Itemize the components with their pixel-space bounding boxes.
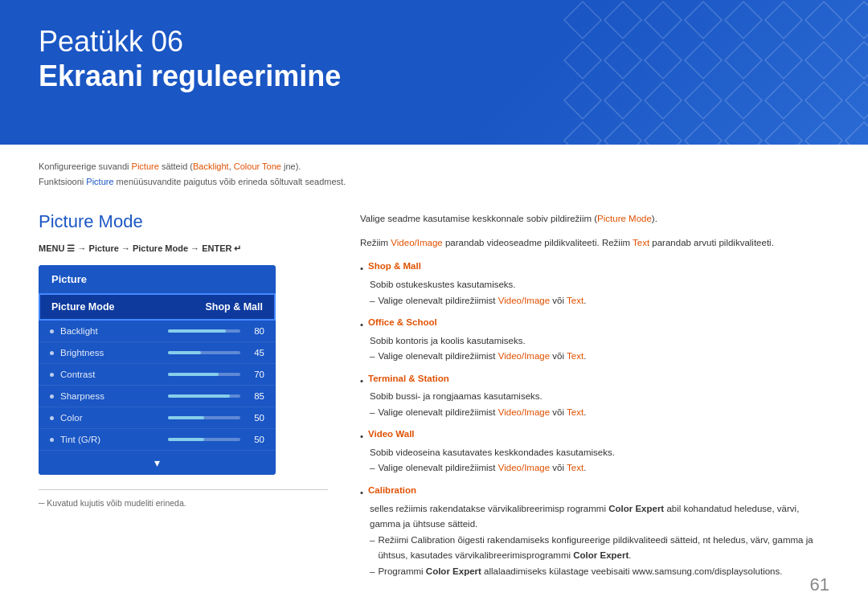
- sub-bullet-terminal-station: – Valige olenevalt pildirežiimist Video/…: [370, 405, 829, 421]
- intro-line1: Valige seadme kasutamise keskkonnale sob…: [360, 211, 829, 227]
- bullet-list: • Shop & Mall Sobib ostukeskustes kasuta…: [360, 259, 829, 579]
- sub-bullet-video-wall: – Valige olenevalt pildirežiimist Video/…: [370, 460, 829, 476]
- subtitle2-end: menüüsuvandite paigutus võib erineda sõl…: [114, 177, 346, 186]
- dot-icon: [50, 416, 54, 420]
- chapter-label: Peatükk 06: [39, 26, 829, 58]
- slider-label: Sharpness: [60, 391, 168, 401]
- slider-tint[interactable]: Tint (G/R) 50: [39, 429, 276, 451]
- bullet-title-office-school: Office & School: [368, 315, 437, 331]
- bullet-body-shop-mall: Sobib ostukeskustes kasutamiseks.: [370, 277, 829, 293]
- list-item-terminal-station: • Terminal & Station Sobib bussi- ja ron…: [360, 371, 829, 421]
- bullet-title-terminal-station: Terminal & Station: [368, 371, 449, 387]
- dot-icon: [50, 329, 54, 333]
- slider-label: Color: [60, 413, 168, 423]
- menu-path-text: MENU ☰ → Picture → Picture Mode → ENTER …: [39, 243, 241, 254]
- slider-fill: [168, 329, 226, 333]
- bullet-dot: •: [360, 485, 363, 501]
- slider-fill: [168, 351, 201, 354]
- slider-label: Tint (G/R): [60, 435, 168, 444]
- chevron-down-icon[interactable]: ▾: [39, 451, 276, 475]
- subtitle2-pre: Funktsiooni: [39, 177, 86, 186]
- slider-track[interactable]: [168, 351, 240, 354]
- slider-value: 85: [248, 391, 264, 401]
- picture-ui-box: Picture Picture Mode Shop & Mall Backlig…: [39, 265, 276, 475]
- left-column: Picture Mode MENU ☰ → Picture → Picture …: [39, 211, 328, 586]
- subtitle2-blue: Picture: [86, 177, 113, 186]
- slider-color[interactable]: Color 50: [39, 407, 276, 429]
- footnote-text: ─ Kuvatud kujutis võib mudeliti erineda.: [39, 498, 328, 508]
- sub-bullet-calibration-1: – Režiimi Calibration õigesti rakendamis…: [370, 533, 829, 564]
- page-number: 61: [810, 574, 829, 595]
- slider-track[interactable]: [168, 394, 240, 398]
- slider-sharpness[interactable]: Sharpness 85: [39, 386, 276, 407]
- slider-contrast[interactable]: Contrast 70: [39, 364, 276, 386]
- slider-track[interactable]: [168, 438, 240, 441]
- main-content: Picture Mode MENU ☰ → Picture → Picture …: [0, 197, 868, 586]
- picture-box-header: Picture: [39, 265, 276, 293]
- slider-brightness[interactable]: Brightness 45: [39, 342, 276, 364]
- slider-value: 50: [248, 413, 264, 423]
- slider-value: 50: [248, 435, 264, 444]
- subtitle1-pre: Konfigureerige suvandi: [39, 161, 132, 171]
- slider-value: 70: [248, 370, 264, 379]
- slider-fill: [168, 416, 204, 419]
- subtitle1-orange2: Backlight: [193, 161, 229, 171]
- bullet-title-calibration: Calibration: [368, 483, 416, 499]
- menu-path: MENU ☰ → Picture → Picture Mode → ENTER …: [39, 243, 328, 254]
- slider-value: 80: [248, 326, 264, 336]
- subtitle-area: Konfigureerige suvandi Picture sätteid (…: [0, 145, 868, 197]
- dot-icon: [50, 394, 54, 398]
- slider-fill: [168, 438, 204, 441]
- slider-label: Contrast: [60, 370, 168, 379]
- intro-line2: Režiim Video/Image parandab videoseadme …: [360, 235, 829, 251]
- bullet-title-video-wall: Video Wall: [368, 427, 415, 443]
- bullet-title-shop-mall: Shop & Mall: [368, 259, 421, 275]
- svg-rect-1: [563, 0, 868, 145]
- dot-icon: [50, 438, 54, 442]
- slider-label: Backlight: [60, 326, 168, 336]
- slider-track[interactable]: [168, 329, 240, 333]
- sub-bullet-calibration-2: – Programmi Color Expert allalaadimiseks…: [370, 564, 829, 580]
- subtitle1-orange: Picture: [132, 161, 159, 171]
- slider-label: Brightness: [60, 348, 168, 358]
- bullet-body-terminal-station: Sobib bussi- ja rongjaamas kasutamiseks.: [370, 389, 829, 405]
- bullet-dot: •: [360, 317, 363, 333]
- bullet-body-office-school: Sobib kontoris ja koolis kasutamiseks.: [370, 333, 829, 349]
- bullet-body-video-wall: Sobib videoseina kasutavates keskkondade…: [370, 445, 829, 461]
- slider-fill: [168, 394, 230, 398]
- slider-fill: [168, 373, 219, 376]
- list-item-video-wall: • Video Wall Sobib videoseina kasutavate…: [360, 427, 829, 476]
- chapter-title: Ekraani reguleerimine: [39, 58, 829, 96]
- header-banner: Peatükk 06 Ekraani reguleerimine: [0, 0, 868, 145]
- sub-bullet-office-school: – Valige olenevalt pildirežiimist Video/…: [370, 349, 829, 365]
- footnote-area: ─ Kuvatud kujutis võib mudeliti erineda.: [39, 489, 328, 508]
- sub-bullet-shop-mall: – Valige olenevalt pildirežiimist Video/…: [370, 293, 829, 309]
- dot-icon: [50, 351, 54, 355]
- bullet-dot: •: [360, 374, 363, 390]
- picture-mode-value: Shop & Mall: [205, 301, 263, 313]
- bullet-body-calibration: selles režiimis rakendatakse värvikalibr…: [370, 501, 829, 533]
- list-item-calibration: • Calibration selles režiimis rakendatak…: [360, 483, 829, 579]
- list-item-shop-mall: • Shop & Mall Sobib ostukeskustes kasuta…: [360, 259, 829, 309]
- slider-backlight[interactable]: Backlight 80: [39, 321, 276, 342]
- section-title: Picture Mode: [39, 211, 328, 232]
- subtitle1-end: jne).: [281, 161, 301, 171]
- list-item-office-school: • Office & School Sobib kontoris ja kool…: [360, 315, 829, 365]
- slider-value: 45: [248, 348, 264, 358]
- diamond-decoration: [563, 0, 868, 145]
- slider-track[interactable]: [168, 416, 240, 419]
- slider-track[interactable]: [168, 373, 240, 376]
- subtitle1-mid: sätteid (: [159, 161, 193, 171]
- dot-icon: [50, 373, 54, 377]
- subtitle1-orange3: Colour Tone: [234, 161, 281, 171]
- bullet-dot: •: [360, 429, 363, 445]
- right-column: Valige seadme kasutamise keskkonnale sob…: [360, 211, 829, 586]
- picture-mode-row[interactable]: Picture Mode Shop & Mall: [39, 293, 276, 321]
- picture-mode-label: Picture Mode: [51, 301, 115, 313]
- bullet-dot: •: [360, 261, 363, 277]
